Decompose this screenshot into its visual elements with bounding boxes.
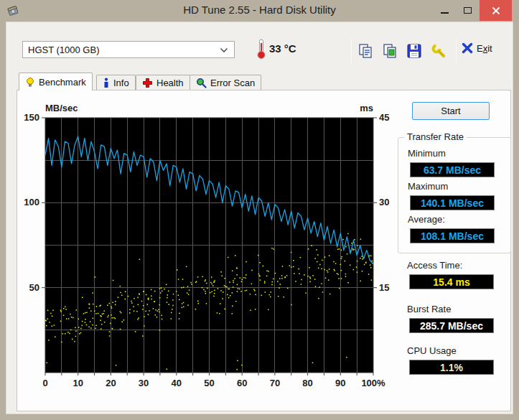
- maximum-label: Maximum: [408, 181, 448, 192]
- access-time-dot: [146, 294, 147, 296]
- access-time-dot: [346, 357, 347, 358]
- access-time-dot: [182, 303, 183, 304]
- access-time-dot: [211, 276, 212, 278]
- access-time-dot: [273, 279, 274, 280]
- access-time-dot: [205, 293, 207, 294]
- access-time-dot: [317, 254, 319, 256]
- access-time-dot: [48, 340, 50, 341]
- access-time-dot: [368, 274, 370, 275]
- access-time-dot: [277, 281, 279, 282]
- access-time-dot: [113, 317, 115, 319]
- access-time-dot: [241, 281, 243, 282]
- tab-error-scan[interactable]: Error Scan: [190, 75, 261, 90]
- access-time-dot: [73, 317, 74, 319]
- access-time-dot: [227, 294, 228, 296]
- exit-button[interactable]: Exit: [462, 42, 492, 54]
- access-time-dot: [370, 267, 372, 269]
- tab-info[interactable]: Info: [96, 75, 136, 90]
- tab-health[interactable]: Health: [136, 75, 190, 90]
- access-time-dot: [138, 304, 139, 306]
- close-button[interactable]: [480, 0, 512, 21]
- exit-label: Exit: [477, 43, 492, 54]
- access-time-dot: [278, 296, 279, 297]
- access-time-dot: [246, 290, 248, 291]
- access-time-dot: [228, 297, 230, 299]
- access-time-dot: [258, 274, 260, 275]
- access-time-dot: [178, 295, 179, 297]
- tab-benchmark[interactable]: Benchmark: [19, 73, 93, 90]
- access-time-dot: [239, 289, 240, 290]
- access-time-dot: [314, 258, 316, 259]
- copy-text-button[interactable]: [355, 41, 375, 61]
- access-time-dot: [224, 309, 225, 310]
- access-time-dot: [322, 260, 323, 261]
- right-axis-title: ms: [337, 103, 373, 113]
- access-time-dot: [100, 316, 102, 317]
- save-button[interactable]: [404, 41, 424, 61]
- access-time-dot: [46, 325, 47, 327]
- access-time-dot: [113, 302, 114, 304]
- access-time-dot: [206, 303, 207, 304]
- access-time-dot: [171, 318, 172, 319]
- drive-select-dropdown[interactable]: HGST (1000 GB): [22, 41, 235, 58]
- access-time-dot: [268, 271, 269, 272]
- access-time-dot: [125, 299, 126, 300]
- access-time-dot: [183, 302, 184, 304]
- access-time-dot: [272, 281, 273, 283]
- access-time-dot: [232, 270, 233, 271]
- access-time-dot: [90, 327, 92, 329]
- minimize-icon: [441, 12, 449, 14]
- access-time-dot: [141, 301, 143, 302]
- maximize-icon: [464, 7, 472, 14]
- access-time-dot: [222, 276, 223, 277]
- access-time-dot: [261, 295, 263, 297]
- access-time-dot: [75, 327, 76, 329]
- access-time-dot: [159, 297, 161, 299]
- access-time-dot: [329, 294, 331, 295]
- access-time-dot: [329, 269, 330, 270]
- access-time-dot: [90, 321, 91, 322]
- access-time-dot: [116, 365, 117, 366]
- access-time-dot: [282, 266, 284, 267]
- access-time-dot: [66, 318, 67, 319]
- access-time-dot: [271, 291, 272, 293]
- options-button[interactable]: [429, 41, 449, 61]
- access-time-dot: [315, 286, 317, 287]
- close-icon: [492, 6, 500, 15]
- copy-image-button[interactable]: [380, 41, 400, 61]
- access-time-dot: [284, 297, 285, 298]
- access-time-dot: [159, 304, 160, 306]
- access-time-dot: [219, 313, 220, 314]
- access-time-dot: [224, 278, 225, 279]
- access-time-dot: [271, 284, 273, 286]
- access-time-dot: [212, 285, 214, 286]
- cpu-usage-label: CPU Usage: [407, 345, 457, 356]
- exit-x-icon: [462, 42, 473, 54]
- access-time-dot: [60, 310, 62, 312]
- access-time-dot: [195, 309, 197, 310]
- access-time-dot: [264, 282, 266, 284]
- access-time-dot: [143, 305, 144, 307]
- access-time-dot: [246, 261, 247, 263]
- access-time-dot: [345, 261, 346, 262]
- access-time-dot: [186, 266, 187, 268]
- access-time-dot: [78, 327, 80, 328]
- access-time-dot: [179, 299, 180, 301]
- access-time-dot: [254, 290, 256, 291]
- access-time-dot: [342, 239, 344, 241]
- access-time-dot: [362, 258, 363, 260]
- access-time-dot: [107, 317, 108, 318]
- minimize-button[interactable]: [434, 0, 455, 21]
- access-time-dot: [287, 288, 289, 289]
- x-axis-tick-label: 60: [226, 378, 258, 388]
- access-time-dot: [157, 310, 159, 312]
- access-time-dot: [167, 297, 168, 299]
- title-bar[interactable]: HD Tune 2.55 - Hard Disk Utility: [0, 0, 519, 22]
- start-button[interactable]: Start: [412, 102, 490, 120]
- maximize-button[interactable]: [457, 0, 478, 21]
- access-time-dot: [222, 298, 223, 299]
- access-time-dot: [92, 292, 93, 294]
- magnifier-icon: [196, 78, 207, 88]
- app-window: HD Tune 2.55 - Hard Disk Utility HGST (1…: [0, 0, 519, 420]
- access-time-dot: [88, 304, 90, 305]
